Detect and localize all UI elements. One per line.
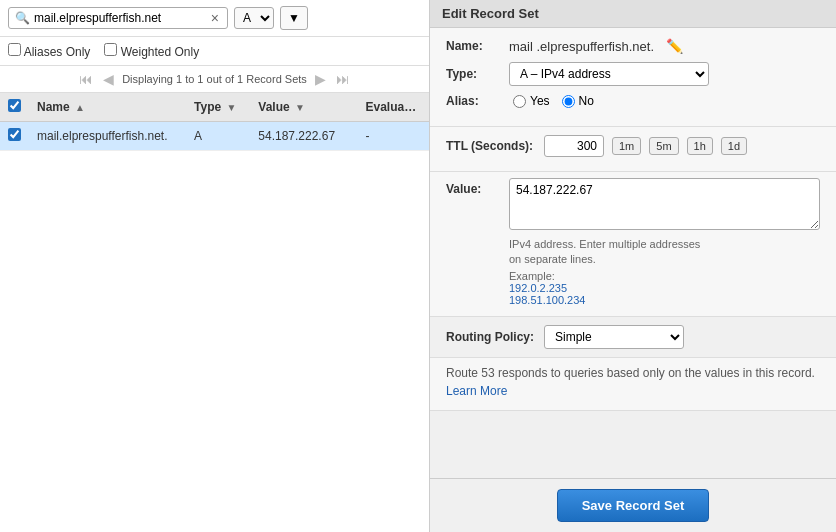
hint-example: Example: 192.0.2.235 198.51.100.234 <box>509 270 820 306</box>
next-page-button[interactable]: ▶ <box>313 71 328 87</box>
ttl-input[interactable] <box>544 135 604 157</box>
header-type-label: Type <box>194 100 221 114</box>
ttl-1m-button[interactable]: 1m <box>612 137 641 155</box>
footer-bar: Save Record Set <box>430 478 836 532</box>
routing-desc: Route 53 responds to queries based only … <box>430 358 836 411</box>
first-page-button[interactable]: ⏮ <box>77 71 95 87</box>
select-all-checkbox[interactable] <box>8 99 21 112</box>
type-label: Type: <box>446 67 501 81</box>
value-sort-icon: ▼ <box>295 102 305 113</box>
table-container: Name ▲ Type ▼ Value ▼ Evalua… <box>0 93 429 532</box>
hint-text: IPv4 address. Enter multiple addresses o… <box>509 237 820 268</box>
alias-yes-radio[interactable] <box>513 95 526 108</box>
value-section: Value: 54.187.222.67 IPv4 address. Enter… <box>430 172 836 317</box>
header-name[interactable]: Name ▲ <box>29 93 186 122</box>
table-row[interactable]: mail.elprespufferfish.net. A 54.187.222.… <box>0 122 429 151</box>
weighted-only-text: Weighted Only <box>121 45 200 59</box>
save-record-set-button[interactable]: Save Record Set <box>557 489 710 522</box>
filter-button[interactable]: ▼ <box>280 6 308 30</box>
aliases-only-checkbox[interactable] <box>8 43 21 56</box>
row-checkbox-cell <box>0 122 29 151</box>
search-bar: 🔍 × A All AAAA CNAME ▼ <box>0 0 429 37</box>
type-sort-icon: ▼ <box>226 102 236 113</box>
search-input-wrap: 🔍 × <box>8 7 228 29</box>
header-type[interactable]: Type ▼ <box>186 93 250 122</box>
records-table: Name ▲ Type ▼ Value ▼ Evalua… <box>0 93 429 151</box>
last-page-button[interactable]: ⏭ <box>334 71 352 87</box>
value-label: Value: <box>446 178 501 196</box>
value-row: Value: 54.187.222.67 IPv4 address. Enter… <box>446 178 820 306</box>
type-select[interactable]: A All AAAA CNAME <box>234 7 274 29</box>
hint-line2: on separate lines. <box>509 253 596 265</box>
prev-page-button[interactable]: ◀ <box>101 71 116 87</box>
aliases-only-text: Aliases Only <box>24 45 91 59</box>
alias-label: Alias: <box>446 94 501 108</box>
ttl-section: TTL (Seconds): 1m 5m 1h 1d <box>430 127 836 172</box>
pagination-bar: ⏮ ◀ Displaying 1 to 1 out of 1 Record Se… <box>0 66 429 93</box>
header-checkbox-cell <box>0 93 29 122</box>
name-value: mail .elprespufferfish.net. <box>509 39 654 54</box>
alias-no-text: No <box>579 94 594 108</box>
header-name-label: Name <box>37 100 70 114</box>
alias-no-label[interactable]: No <box>562 94 594 108</box>
example-val2: 198.51.100.234 <box>509 294 585 306</box>
type-dropdown[interactable]: A – IPv4 address <box>509 62 709 86</box>
routing-select[interactable]: Simple Weighted Latency Failover Geoloca… <box>544 325 684 349</box>
ttl-1d-button[interactable]: 1d <box>721 137 747 155</box>
name-row: Name: mail .elprespufferfish.net. ✏️ <box>446 38 820 54</box>
ttl-5m-button[interactable]: 5m <box>649 137 678 155</box>
row-checkbox[interactable] <box>8 128 21 141</box>
routing-section: Routing Policy: Simple Weighted Latency … <box>430 317 836 358</box>
value-textarea[interactable]: 54.187.222.67 <box>509 178 820 230</box>
edit-name-icon[interactable]: ✏️ <box>666 38 683 54</box>
filter-row: Aliases Only Weighted Only <box>0 37 429 66</box>
alias-no-radio[interactable] <box>562 95 575 108</box>
form-section: Name: mail .elprespufferfish.net. ✏️ Typ… <box>430 28 836 127</box>
row-type: A <box>186 122 250 151</box>
clear-search-button[interactable]: × <box>209 10 221 26</box>
name-label: Name: <box>446 39 501 53</box>
name-sort-icon: ▲ <box>75 102 85 113</box>
right-panel: Edit Record Set Name: mail .elprespuffer… <box>430 0 836 532</box>
header-evaluate-label: Evalua… <box>365 100 416 114</box>
alias-yes-text: Yes <box>530 94 550 108</box>
header-value[interactable]: Value ▼ <box>250 93 357 122</box>
hint-line1: IPv4 address. Enter multiple addresses <box>509 238 700 250</box>
search-icon: 🔍 <box>15 11 30 25</box>
panel-title: Edit Record Set <box>430 0 836 28</box>
row-name: mail.elprespufferfish.net. <box>29 122 186 151</box>
table-header-row: Name ▲ Type ▼ Value ▼ Evalua… <box>0 93 429 122</box>
example-label: Example: <box>509 270 555 282</box>
weighted-only-checkbox[interactable] <box>104 43 117 56</box>
ttl-1h-button[interactable]: 1h <box>687 137 713 155</box>
learn-more-link[interactable]: Learn More <box>446 384 507 398</box>
routing-desc-text: Route 53 responds to queries based only … <box>446 366 815 380</box>
pagination-text: Displaying 1 to 1 out of 1 Record Sets <box>122 73 307 85</box>
alias-yes-label[interactable]: Yes <box>513 94 550 108</box>
header-value-label: Value <box>258 100 289 114</box>
left-panel: 🔍 × A All AAAA CNAME ▼ Aliases Only Weig… <box>0 0 430 532</box>
type-row: Type: A – IPv4 address <box>446 62 820 86</box>
example-val1: 192.0.2.235 <box>509 282 567 294</box>
value-area-wrap: 54.187.222.67 IPv4 address. Enter multip… <box>509 178 820 306</box>
ttl-row: TTL (Seconds): 1m 5m 1h 1d <box>446 135 820 157</box>
search-input[interactable] <box>34 11 209 25</box>
header-evaluate: Evalua… <box>357 93 429 122</box>
row-value: 54.187.222.67 <box>250 122 357 151</box>
row-evaluate: - <box>357 122 429 151</box>
alias-row: Alias: Yes No <box>446 94 820 108</box>
routing-label: Routing Policy: <box>446 330 534 344</box>
type-filter-wrap: A All AAAA CNAME <box>234 7 274 29</box>
routing-row: Routing Policy: Simple Weighted Latency … <box>446 325 820 349</box>
weighted-only-label[interactable]: Weighted Only <box>104 43 199 59</box>
ttl-label: TTL (Seconds): <box>446 139 536 153</box>
aliases-only-label[interactable]: Aliases Only <box>8 43 90 59</box>
